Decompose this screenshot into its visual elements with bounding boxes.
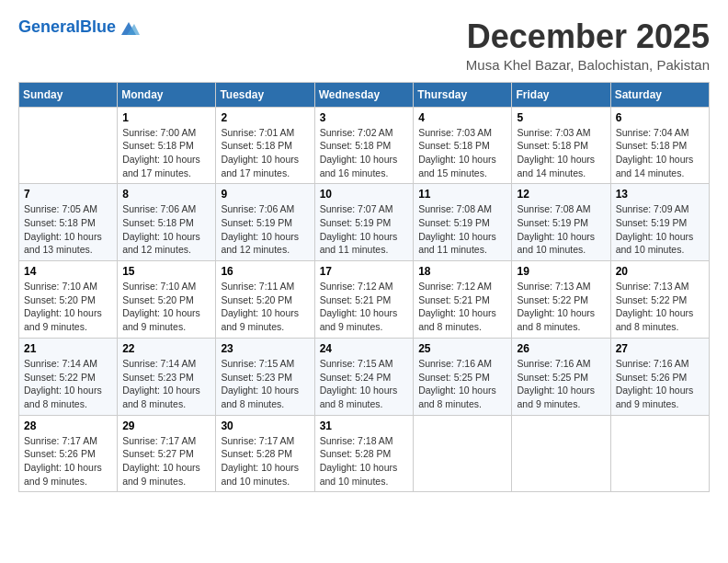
day-number: 8	[122, 188, 210, 201]
sunset-text: Sunset: 5:19 PM	[418, 217, 490, 228]
day-info: Sunrise: 7:09 AM Sunset: 5:19 PM Dayligh…	[616, 202, 704, 257]
day-info: Sunrise: 7:02 AM Sunset: 5:18 PM Dayligh…	[320, 126, 409, 180]
daylight-text: Daylight: 10 hours and 8 minutes.	[24, 385, 102, 409]
calendar-table: Sunday Monday Tuesday Wednesday Thursday…	[18, 82, 710, 493]
calendar-week-5: 28 Sunrise: 7:17 AM Sunset: 5:26 PM Dayl…	[19, 415, 710, 492]
sunrise-text: Sunrise: 7:11 AM	[221, 281, 294, 292]
sunrise-text: Sunrise: 7:03 AM	[418, 127, 492, 138]
sunrise-text: Sunrise: 7:15 AM	[221, 358, 294, 369]
sunrise-text: Sunrise: 7:14 AM	[122, 358, 196, 369]
calendar-week-2: 7 Sunrise: 7:05 AM Sunset: 5:18 PM Dayli…	[19, 184, 710, 261]
table-cell: 1 Sunrise: 7:00 AM Sunset: 5:18 PM Dayli…	[118, 107, 216, 184]
sunset-text: Sunset: 5:19 PM	[221, 217, 292, 228]
sunrise-text: Sunrise: 7:12 AM	[418, 281, 492, 292]
daylight-text: Daylight: 10 hours and 9 minutes.	[221, 307, 299, 332]
daylight-text: Daylight: 10 hours and 10 minutes.	[616, 231, 694, 256]
calendar-week-4: 21 Sunrise: 7:14 AM Sunset: 5:22 PM Dayl…	[19, 338, 710, 415]
day-number: 13	[616, 188, 704, 201]
day-number: 29	[122, 419, 210, 432]
sunset-text: Sunset: 5:26 PM	[24, 448, 96, 459]
daylight-text: Daylight: 10 hours and 12 minutes.	[221, 231, 299, 256]
sunrise-text: Sunrise: 7:18 AM	[320, 435, 393, 446]
col-monday: Monday	[118, 82, 216, 107]
sunset-text: Sunset: 5:23 PM	[122, 372, 194, 383]
day-info: Sunrise: 7:14 AM Sunset: 5:22 PM Dayligh…	[24, 357, 112, 411]
day-info: Sunrise: 7:15 AM Sunset: 5:23 PM Dayligh…	[221, 357, 309, 411]
table-cell: 20 Sunrise: 7:13 AM Sunset: 5:22 PM Dayl…	[610, 261, 709, 339]
day-number: 23	[221, 342, 309, 355]
table-cell	[610, 415, 709, 492]
table-cell: 5 Sunrise: 7:03 AM Sunset: 5:18 PM Dayli…	[512, 107, 610, 184]
sunrise-text: Sunrise: 7:06 AM	[122, 203, 196, 214]
col-wednesday: Wednesday	[314, 82, 414, 107]
sunset-text: Sunset: 5:28 PM	[221, 448, 292, 459]
sunrise-text: Sunrise: 7:08 AM	[517, 203, 590, 214]
day-info: Sunrise: 7:17 AM Sunset: 5:26 PM Dayligh…	[24, 434, 112, 488]
sunrise-text: Sunrise: 7:13 AM	[517, 281, 590, 292]
day-info: Sunrise: 7:17 AM Sunset: 5:27 PM Dayligh…	[122, 434, 210, 488]
table-cell: 9 Sunrise: 7:06 AM Sunset: 5:19 PM Dayli…	[216, 184, 314, 261]
sunrise-text: Sunrise: 7:16 AM	[616, 358, 689, 369]
table-cell: 15 Sunrise: 7:10 AM Sunset: 5:20 PM Dayl…	[118, 261, 216, 339]
daylight-text: Daylight: 10 hours and 16 minutes.	[320, 154, 398, 178]
table-cell: 23 Sunrise: 7:15 AM Sunset: 5:23 PM Dayl…	[216, 338, 314, 415]
sunset-text: Sunset: 5:24 PM	[320, 372, 392, 383]
day-number: 14	[24, 265, 112, 278]
daylight-text: Daylight: 10 hours and 8 minutes.	[320, 385, 398, 409]
day-info: Sunrise: 7:10 AM Sunset: 5:20 PM Dayligh…	[24, 280, 112, 334]
logo-text: GeneralBlue	[18, 18, 116, 37]
daylight-text: Daylight: 10 hours and 10 minutes.	[221, 462, 299, 487]
daylight-text: Daylight: 10 hours and 9 minutes.	[122, 462, 200, 487]
sunset-text: Sunset: 5:25 PM	[517, 372, 588, 383]
sunset-text: Sunset: 5:20 PM	[24, 294, 96, 305]
daylight-text: Daylight: 10 hours and 8 minutes.	[122, 385, 200, 409]
table-cell: 3 Sunrise: 7:02 AM Sunset: 5:18 PM Dayli…	[314, 107, 414, 184]
table-cell: 12 Sunrise: 7:08 AM Sunset: 5:19 PM Dayl…	[512, 184, 610, 261]
title-section: December 2025 Musa Khel Bazar, Balochist…	[466, 18, 710, 73]
day-info: Sunrise: 7:00 AM Sunset: 5:18 PM Dayligh…	[122, 126, 210, 180]
daylight-text: Daylight: 10 hours and 8 minutes.	[616, 307, 694, 332]
sunrise-text: Sunrise: 7:15 AM	[320, 358, 393, 369]
table-cell: 11 Sunrise: 7:08 AM Sunset: 5:19 PM Dayl…	[414, 184, 512, 261]
day-info: Sunrise: 7:15 AM Sunset: 5:24 PM Dayligh…	[320, 357, 409, 411]
day-info: Sunrise: 7:16 AM Sunset: 5:25 PM Dayligh…	[418, 357, 506, 411]
table-cell: 29 Sunrise: 7:17 AM Sunset: 5:27 PM Dayl…	[118, 415, 216, 492]
table-cell: 22 Sunrise: 7:14 AM Sunset: 5:23 PM Dayl…	[118, 338, 216, 415]
sunset-text: Sunset: 5:18 PM	[122, 140, 194, 151]
table-cell: 13 Sunrise: 7:09 AM Sunset: 5:19 PM Dayl…	[610, 184, 709, 261]
day-number: 2	[221, 111, 309, 124]
table-cell: 30 Sunrise: 7:17 AM Sunset: 5:28 PM Dayl…	[216, 415, 314, 492]
sunset-text: Sunset: 5:22 PM	[616, 294, 688, 305]
sunset-text: Sunset: 5:25 PM	[418, 372, 490, 383]
sunrise-text: Sunrise: 7:10 AM	[24, 281, 97, 292]
daylight-text: Daylight: 10 hours and 14 minutes.	[517, 154, 595, 178]
sunrise-text: Sunrise: 7:05 AM	[24, 203, 97, 214]
calendar-header-row: Sunday Monday Tuesday Wednesday Thursday…	[19, 82, 710, 107]
sunset-text: Sunset: 5:18 PM	[122, 217, 194, 228]
sunrise-text: Sunrise: 7:17 AM	[24, 435, 97, 446]
sunset-text: Sunset: 5:23 PM	[221, 372, 292, 383]
day-info: Sunrise: 7:10 AM Sunset: 5:20 PM Dayligh…	[122, 280, 210, 334]
daylight-text: Daylight: 10 hours and 17 minutes.	[122, 154, 200, 178]
table-cell: 14 Sunrise: 7:10 AM Sunset: 5:20 PM Dayl…	[19, 261, 118, 339]
sunset-text: Sunset: 5:18 PM	[24, 217, 96, 228]
day-number: 4	[418, 111, 506, 124]
calendar-week-1: 1 Sunrise: 7:00 AM Sunset: 5:18 PM Dayli…	[19, 107, 710, 184]
day-number: 20	[616, 265, 704, 278]
sunset-text: Sunset: 5:19 PM	[616, 217, 688, 228]
daylight-text: Daylight: 10 hours and 13 minutes.	[24, 231, 102, 256]
day-number: 30	[221, 419, 309, 432]
daylight-text: Daylight: 10 hours and 9 minutes.	[24, 462, 102, 487]
table-cell: 4 Sunrise: 7:03 AM Sunset: 5:18 PM Dayli…	[414, 107, 512, 184]
sunrise-text: Sunrise: 7:16 AM	[418, 358, 492, 369]
day-number: 15	[122, 265, 210, 278]
sunset-text: Sunset: 5:18 PM	[517, 140, 588, 151]
day-info: Sunrise: 7:03 AM Sunset: 5:18 PM Dayligh…	[418, 126, 506, 180]
daylight-text: Daylight: 10 hours and 8 minutes.	[418, 385, 496, 409]
day-number: 9	[221, 188, 309, 201]
sunrise-text: Sunrise: 7:08 AM	[418, 203, 492, 214]
col-friday: Friday	[512, 82, 610, 107]
day-info: Sunrise: 7:01 AM Sunset: 5:18 PM Dayligh…	[221, 126, 309, 180]
daylight-text: Daylight: 10 hours and 9 minutes.	[616, 385, 694, 409]
day-number: 22	[122, 342, 210, 355]
